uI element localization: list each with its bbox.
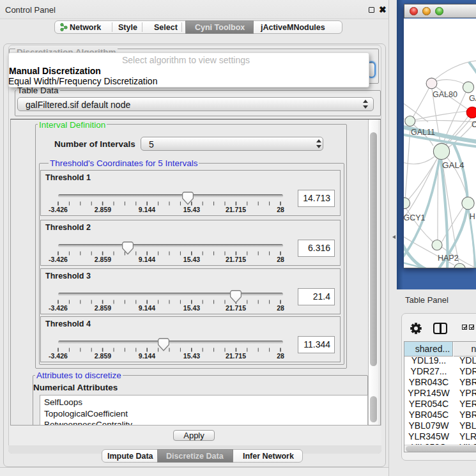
svg-text:HAP2: HAP2 [438, 254, 459, 263]
svg-text:H: H [470, 212, 475, 221]
svg-text:GA: GA [469, 94, 476, 103]
svg-text:GAL4: GAL4 [442, 160, 464, 170]
svg-text:C: C [472, 120, 476, 129]
svg-text:GCY1: GCY1 [404, 213, 426, 222]
svg-text:GAL11: GAL11 [411, 128, 435, 137]
svg-text:GAL80: GAL80 [433, 90, 457, 99]
